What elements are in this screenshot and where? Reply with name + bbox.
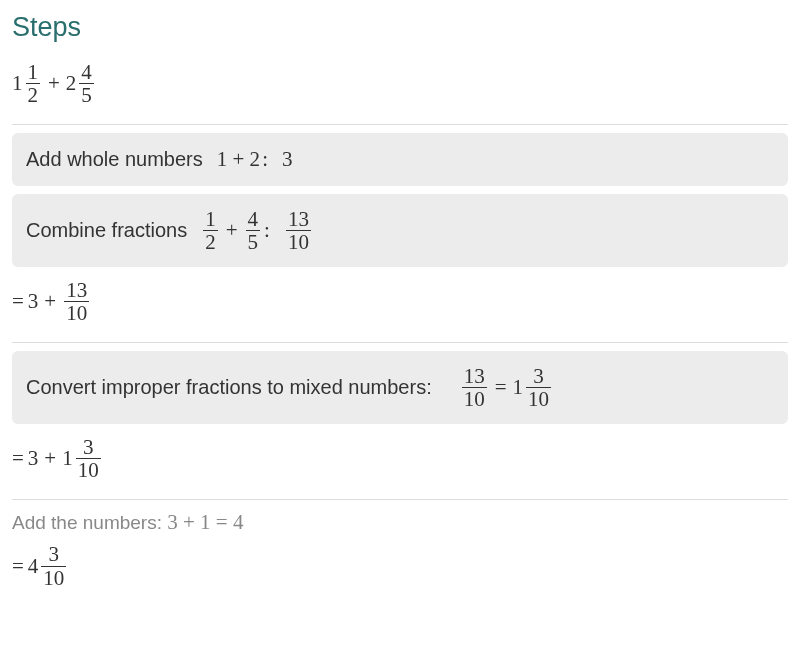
numerator: 4	[246, 208, 261, 230]
intermediate-line-1: = 3 + 13 10	[12, 275, 788, 338]
whole-value: 3	[28, 289, 39, 314]
numerator: 13	[462, 365, 487, 387]
denominator: 5	[79, 83, 94, 106]
plus-operator: +	[226, 218, 238, 243]
numerator: 1	[26, 61, 41, 83]
step-label: Combine fractions	[26, 219, 187, 242]
note-label: Add the numbers:	[12, 512, 162, 533]
step-result: 3	[282, 147, 293, 172]
fraction-result: 13 10	[286, 208, 311, 253]
mixed-number-result: 4 3 10	[28, 543, 69, 588]
step-label: Add whole numbers	[26, 148, 203, 171]
denominator: 5	[246, 230, 261, 253]
denominator: 10	[41, 566, 66, 589]
equals-sign: =	[12, 554, 24, 579]
mixed-number-rhs: 1 3 10	[513, 365, 554, 410]
mixed-number: 1 3 10	[62, 436, 103, 481]
whole-part: 2	[66, 71, 77, 96]
step-expression: 1 + 2	[217, 147, 260, 172]
equals-sign: =	[12, 289, 24, 314]
denominator: 2	[26, 83, 41, 106]
step-combine-fractions[interactable]: Combine fractions 1 2 + 4 5 : 13 10	[12, 194, 788, 267]
colon: :	[264, 218, 270, 243]
equals-sign: =	[12, 446, 24, 471]
denominator: 10	[64, 301, 89, 324]
colon: :	[262, 147, 268, 172]
denominator: 10	[526, 387, 551, 410]
numerator: 13	[64, 279, 89, 301]
note-expression: 3 + 1 = 4	[167, 510, 243, 535]
original-problem: 1 1 2 + 2 4 5	[12, 57, 788, 120]
numerator: 1	[203, 208, 218, 230]
fraction: 1 2	[26, 61, 41, 106]
denominator: 10	[462, 387, 487, 410]
note-add-numbers: Add the numbers: 3 + 1 = 4	[12, 504, 788, 539]
intermediate-line-2: = 3 + 1 3 10	[12, 432, 788, 495]
numerator: 13	[286, 208, 311, 230]
whole-part: 4	[28, 554, 39, 579]
step-add-whole-numbers[interactable]: Add whole numbers 1 + 2 : 3	[12, 133, 788, 186]
fraction: 3 10	[76, 436, 101, 481]
step-convert-improper[interactable]: Convert improper fractions to mixed numb…	[12, 351, 788, 424]
numerator: 3	[531, 365, 546, 387]
whole-part: 1	[62, 446, 73, 471]
equals-sign: =	[495, 375, 507, 400]
numerator: 3	[47, 543, 62, 565]
divider	[12, 342, 788, 343]
mixed-number-1: 1 1 2	[12, 61, 42, 106]
fraction: 3 10	[41, 543, 66, 588]
whole-part: 1	[513, 375, 524, 400]
divider	[12, 124, 788, 125]
denominator: 10	[76, 458, 101, 481]
plus-operator: +	[44, 446, 56, 471]
value-a: 3	[28, 446, 39, 471]
numerator: 4	[79, 61, 94, 83]
mixed-number-2: 2 4 5	[66, 61, 96, 106]
final-result-line: = 4 3 10	[12, 539, 788, 602]
plus-operator: +	[48, 71, 60, 96]
divider	[12, 499, 788, 500]
denominator: 2	[203, 230, 218, 253]
numerator: 3	[81, 436, 96, 458]
fraction: 13 10	[64, 279, 89, 324]
fraction-1: 1 2	[203, 208, 218, 253]
fraction-2: 4 5	[246, 208, 261, 253]
fraction: 3 10	[526, 365, 551, 410]
steps-heading: Steps	[12, 12, 788, 43]
plus-operator: +	[44, 289, 56, 314]
denominator: 10	[286, 230, 311, 253]
whole-part: 1	[12, 71, 23, 96]
step-label: Convert improper fractions to mixed numb…	[26, 376, 432, 399]
fraction: 4 5	[79, 61, 94, 106]
fraction-lhs: 13 10	[462, 365, 487, 410]
